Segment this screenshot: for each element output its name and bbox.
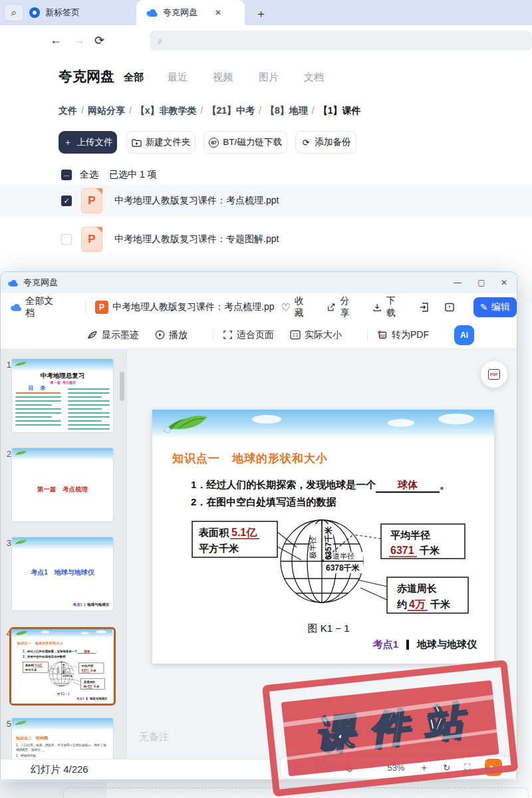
close-icon[interactable]: ✕ [493, 272, 515, 293]
circumference-pre: 约 [396, 598, 407, 610]
newtab-favicon [29, 7, 40, 18]
breadcrumb-item[interactable]: 网站分享 [88, 105, 125, 116]
file-row[interactable]: P 中考地理人教版复习课件：专题图解.ppt [0, 223, 532, 255]
toc-lines [65, 384, 113, 433]
all-docs-button[interactable]: 全部文档 [10, 295, 61, 319]
share-button[interactable]: 分享 [327, 295, 358, 319]
browser-tab-quark[interactable]: 夸克网盘 ✕ [136, 0, 245, 25]
tab-search-icon[interactable]: ⌕ [4, 4, 24, 21]
breadcrumb-item[interactable]: 【8】地理 [265, 105, 308, 116]
equator-radius-value: 6378千米 [63, 674, 72, 678]
divider [406, 640, 409, 650]
file-name[interactable]: 中考地理人教版复习课件：考点梳理.ppt [114, 195, 279, 207]
ppt-file-icon: P [81, 227, 102, 252]
row-checkbox-checked[interactable]: ✓ [61, 196, 72, 206]
breadcrumb-item[interactable]: 【21】中考 [207, 105, 255, 116]
feedback-button[interactable] [444, 302, 455, 313]
leaf-icon [13, 719, 31, 728]
slide-footer: 考点1 地球与地球仪 [76, 697, 107, 701]
toc-line [68, 388, 110, 390]
notes-placeholder[interactable]: 无备注 [139, 731, 169, 743]
equator-radius-label: 赤道半径 [325, 552, 354, 560]
browser-tab-newtab[interactable]: 新标签页 [29, 0, 80, 25]
pdf-icon: PDF [488, 369, 500, 380]
download-button[interactable]: 下载 [372, 295, 404, 319]
slide-canvas[interactable]: 知识点一 地球的形状和大小 1．经过人们的长期探索，发现地球是一个球体。 2．在… [152, 410, 494, 664]
toc-line [15, 396, 61, 398]
minimize-icon[interactable]: — [446, 272, 469, 293]
play-button[interactable]: 播放 [155, 329, 188, 341]
cloud-decor [81, 632, 89, 634]
thumb-title: 中考地理总复习 [12, 372, 113, 380]
ai-assistant-button[interactable]: Ai [454, 325, 474, 345]
tab-doc[interactable]: 文档 [304, 71, 324, 84]
answer-blank: 球体 [77, 650, 96, 654]
tab-image[interactable]: 图片 [259, 71, 279, 84]
window-titlebar[interactable]: 夸克网盘 — ▢ ✕ [1, 272, 517, 293]
window-title: 夸克网盘 [23, 277, 58, 289]
tab-video[interactable]: 视频 [213, 71, 233, 84]
thumb-heading: 知识点二 经纬网 [16, 735, 109, 741]
select-all-checkbox[interactable]: — [61, 170, 72, 180]
slide-heading: 知识点一 地球的形状和大小 [17, 641, 63, 646]
select-all-label[interactable]: 全选 [80, 169, 98, 181]
forward-icon[interactable]: → [73, 33, 85, 47]
row-checkbox-unchecked[interactable] [61, 234, 72, 245]
bt-magnet-download-button[interactable]: BT BT/磁力链下载 [203, 131, 287, 154]
slide-thumbnail-5[interactable]: 知识点二 经纬网 1、人们仿照＿地球＿的形状，并且按照一定的比例缩小，制作了地球… [11, 718, 114, 759]
slide: 知识点一 地球的形状和大小 1．经过人们的长期探索，发现地球是一个球体。 2．在… [11, 629, 112, 704]
slide-question-2: 2．在图中空白处填写适当的数据 [191, 496, 336, 509]
tab-all[interactable]: 全部 [124, 71, 144, 84]
surface-area-label: 表面积 [25, 664, 35, 667]
sidebar-scrollbar[interactable] [120, 372, 124, 401]
file-row[interactable]: ✓ P 中考地理人教版复习课件：考点梳理.ppt [0, 185, 532, 217]
open-file-tab[interactable]: P 中考地理人教版复习课件：考点梳理.pp [95, 301, 274, 314]
file-name[interactable]: 中考地理人教版复习课件：专题图解.ppt [114, 233, 279, 245]
slide-sky-decor [12, 537, 113, 549]
upload-button[interactable]: ＋上传文件 [59, 131, 117, 154]
slide-thumbnail-1[interactable]: 中考地理总复习 ·第一篇 ·考点梳理 目 录 [11, 358, 114, 433]
edit-button[interactable]: ✎ 编辑 [473, 297, 517, 317]
toc-line [68, 432, 102, 434]
toc-line [68, 408, 102, 410]
cloud-icon [10, 303, 21, 312]
show-ink-button[interactable]: 显示墨迹 [87, 329, 139, 341]
actual-size-button[interactable]: 1:1 实际大小 [290, 329, 342, 341]
maximize-icon[interactable]: ▢ [470, 272, 493, 293]
toc-line [15, 412, 61, 414]
new-folder-button[interactable]: 新建文件夹 [126, 131, 196, 154]
slide-number: 5 [3, 719, 11, 729]
breadcrumb-item[interactable]: 【x】非教学类 [136, 105, 197, 116]
toc-line [68, 424, 110, 426]
leaf-icon [13, 449, 31, 458]
refresh-icon[interactable]: ⟳ [94, 33, 104, 48]
earth-diagram: 表面积 5.1亿 平方千米 平均半径 6371 千米 赤道周长 约 4万 千米 [15, 660, 110, 696]
toc-line [68, 396, 102, 398]
leaf-icon [13, 360, 31, 368]
back-icon[interactable]: ← [50, 33, 62, 47]
to-pdf-button[interactable]: PDF 转为PDF [377, 329, 429, 341]
slide-thumbnail-2[interactable]: 第一篇 考点梳理 [11, 448, 114, 522]
toc-line [68, 412, 110, 414]
tab-recent[interactable]: 最近 [168, 71, 188, 84]
dash-icon: — [64, 172, 69, 178]
tab-close-icon[interactable]: ✕ [215, 8, 221, 17]
svg-text:PDF: PDF [380, 334, 386, 337]
slide-thumbnail-3[interactable]: 考点1 地球与地球仪 考点1|地球与地球仪 [11, 537, 114, 611]
cloud-decor [388, 419, 414, 427]
cloud-decor [41, 630, 49, 633]
add-backup-button[interactable]: ⟳ 添加备份 [295, 131, 356, 154]
address-search-bar[interactable]: ⌕ [150, 31, 532, 51]
pdf-convert-floating-button[interactable]: PDF [481, 361, 507, 388]
open-file-name: 中考地理人教版复习课件：考点梳理.pp [112, 301, 274, 313]
new-tab-icon[interactable]: ＋ [255, 6, 267, 21]
figure-caption: 图 K1 − 1 [308, 622, 350, 634]
fit-page-button[interactable]: 适合页面 [223, 329, 274, 341]
slide-thumbnail-4-selected[interactable]: 知识点一 地球的形状和大小 1．经过人们的长期探索，发现地球是一个球体。 2．在… [9, 627, 116, 706]
slide-sky-decor [152, 410, 494, 439]
surface-area-label: 表面积 [198, 527, 229, 538]
slide-sky-decor [11, 629, 112, 638]
save-to-drive-button[interactable] [419, 302, 430, 313]
breadcrumb-item[interactable]: 文件 [59, 105, 77, 116]
favorite-button[interactable]: ♡ 收藏 [281, 295, 313, 319]
